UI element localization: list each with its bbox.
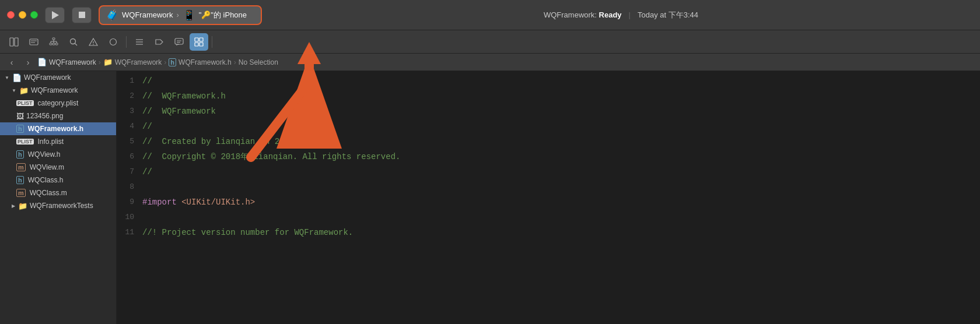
code-line-8 (142, 179, 980, 195)
toolbar-separator-1 (126, 36, 127, 48)
sidebar-item-wqclass-m[interactable]: m WQClass.m (0, 186, 116, 199)
file-navigator: ▼ 📄 WQFramework ▼ 📁 WQFramework PLIST ca… (0, 71, 117, 324)
svg-rect-8 (55, 43, 58, 45)
sidebar-label-wqview-h: WQView.h (28, 150, 61, 159)
grid-button[interactable] (190, 33, 208, 51)
traffic-lights (7, 11, 38, 19)
issues-button[interactable] (24, 33, 43, 51)
folder-icon: 📁 (19, 86, 29, 95)
breadcrumb-no-selection: No Selection (239, 58, 278, 66)
code-editor[interactable]: 1 2 3 4 5 6 7 8 9 10 11 // // WQFramewor… (117, 71, 980, 324)
navigator-toggle-button[interactable] (5, 33, 23, 51)
sidebar-label-123456-png: 123456.png (26, 112, 63, 120)
sidebar-item-wqclass-h[interactable]: h WQClass.h (0, 174, 116, 186)
sidebar-label-info-plist: Info.plist (38, 138, 64, 146)
sidebar-item-project[interactable]: ▼ 📄 WQFramework (0, 71, 116, 84)
svg-point-18 (93, 44, 94, 45)
sidebar-label-wqframework-h: WQFramework.h (28, 125, 83, 133)
svg-rect-0 (10, 38, 13, 46)
scheme-selector[interactable]: 🧳 WQFramework › 📱 "🔑"的 iPhone (99, 5, 262, 25)
stop-button[interactable] (72, 7, 92, 23)
list-button[interactable] (130, 33, 149, 51)
hierarchy-button[interactable] (44, 33, 63, 51)
sidebar-label-wqclass-m: WQClass.m (30, 189, 67, 197)
disclosure-tests: ▶ (12, 203, 15, 209)
status-time: Today at 下午3:44 (638, 10, 698, 20)
warnings-button[interactable] (84, 33, 103, 51)
sidebar-item-folder-wqframework[interactable]: ▼ 📁 WQFramework (0, 84, 116, 97)
scheme-name: WQFramework (122, 10, 173, 19)
sidebar-label-category-plist: category.plist (38, 99, 79, 107)
sidebar-label-project: WQFramework (24, 73, 71, 82)
search-button[interactable] (64, 33, 83, 51)
code-line-5: // Created by lianqian on 2018/6/20. (142, 134, 980, 149)
toolbar (0, 30, 980, 54)
code-line-4: // (142, 119, 980, 134)
code-line-7: // (142, 164, 980, 179)
nav-forward-button[interactable]: › (21, 55, 35, 69)
svg-rect-27 (200, 38, 203, 41)
wqview-m-icon: m (16, 163, 26, 171)
svg-rect-23 (175, 38, 183, 44)
plist-icon: PLIST (16, 100, 34, 106)
minimize-button[interactable] (19, 11, 26, 19)
run-button[interactable] (45, 7, 65, 23)
svg-rect-2 (30, 39, 38, 45)
status-area: WQFramework: Ready | Today at 下午3:44 (269, 10, 973, 20)
wqclass-m-icon: m (16, 189, 26, 197)
code-line-11: //! Project version number for WQFramewo… (142, 225, 980, 240)
code-line-6: // Copyright © 2018年 lianqian. All right… (142, 149, 980, 164)
line-numbers: 1 2 3 4 5 6 7 8 9 10 11 (117, 73, 140, 324)
info-plist-icon: PLIST (16, 139, 34, 145)
svg-rect-1 (15, 38, 18, 46)
scheme-briefcase-icon: 🧳 (106, 9, 118, 22)
sidebar-label-folder: WQFramework (31, 86, 78, 94)
nav-back-button[interactable]: ‹ (5, 55, 19, 69)
scheme-device-icon: 📱 (183, 9, 195, 22)
sidebar-label-wqframeworktests: WQFrameworkTests (30, 202, 93, 210)
svg-rect-5 (52, 38, 55, 40)
sidebar-item-wqview-h[interactable]: h WQView.h (0, 148, 116, 161)
breadcrumb-file[interactable]: WQFramework.h (178, 58, 232, 66)
breadcrumb-file-icon: 📄 (37, 58, 47, 66)
sidebar-item-wqframeworktests[interactable]: ▶ 📁 WQFrameworkTests (0, 199, 116, 212)
svg-point-14 (71, 38, 76, 44)
svg-rect-29 (200, 43, 203, 46)
project-icon: 📄 (12, 73, 22, 82)
fullscreen-button[interactable] (30, 11, 38, 19)
play-icon (52, 11, 59, 19)
code-line-1: // (142, 73, 980, 89)
sidebar-label-wqview-m: WQView.m (30, 163, 64, 171)
comments-button[interactable] (170, 33, 188, 51)
wqview-h-icon: h (16, 150, 24, 159)
breadcrumb-folder-icon: 📁 (103, 58, 113, 66)
close-button[interactable] (7, 11, 15, 19)
breadcrumb-project[interactable]: WQFramework (49, 58, 96, 66)
label-button[interactable] (150, 33, 169, 51)
disclosure-project: ▼ (5, 75, 9, 80)
wqclass-h-icon: h (16, 176, 24, 184)
sidebar-item-category-plist[interactable]: PLIST category.plist (0, 97, 116, 110)
disclosure-folder: ▼ (12, 88, 16, 93)
sidebar-label-wqclass-h: WQClass.h (28, 176, 64, 184)
tests-folder-icon: 📁 (18, 202, 27, 210)
svg-rect-7 (52, 43, 55, 45)
code-line-9: #import <UIKit/UIKit.h> (142, 195, 980, 210)
svg-rect-26 (195, 38, 198, 41)
scheme-breadcrumb-arrow: › (176, 10, 178, 19)
sidebar-item-info-plist[interactable]: PLIST Info.plist (0, 135, 116, 148)
svg-point-19 (110, 38, 117, 45)
scheme-device-name: "🔑"的 iPhone (199, 10, 247, 20)
sidebar-item-wqframework-h[interactable]: h WQFramework.h (0, 122, 116, 135)
svg-rect-28 (195, 43, 198, 46)
sidebar-item-wqview-m[interactable]: m WQView.m (0, 161, 116, 174)
code-content: // // WQFramework.h // WQFramework // //… (140, 73, 980, 324)
breakpoints-button[interactable] (104, 33, 123, 51)
header-file-icon: h (16, 125, 24, 133)
sidebar-item-123456-png[interactable]: 🖼 123456.png (0, 110, 116, 122)
image-icon: 🖼 (16, 112, 24, 121)
breadcrumb-folder[interactable]: WQFramework (115, 58, 162, 66)
main-content: ▼ 📄 WQFramework ▼ 📁 WQFramework PLIST ca… (0, 71, 980, 324)
status-label: WQFramework: Ready (544, 10, 622, 19)
stop-icon (79, 12, 85, 18)
